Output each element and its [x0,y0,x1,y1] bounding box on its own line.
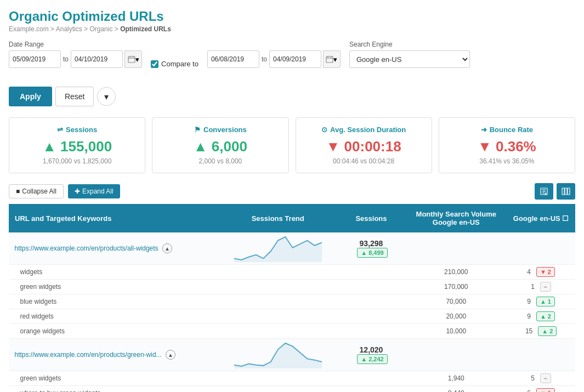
metric-conversions: ⚑ Conversions ▲ 6,000 2,000 vs 8,000 [152,117,288,173]
metric-bounce-rate-value: ▼ 0.36% [445,138,569,155]
compare-to-input[interactable] [269,50,321,68]
rank-cell: 9 ▲ 1 [507,294,575,309]
rank-cell: 1 – [507,280,575,294]
rank-badge-down: ▼ 2 [536,267,555,277]
rank-badge-up: ▲ 2 [538,326,557,336]
session-empty-cell [337,386,405,393]
sessions-arrow: ▲ [361,356,367,362]
metric-avg-session-compare: 00:04:46 vs 00:04:28 [302,157,426,165]
volume-cell: 8,440 [405,386,507,393]
metric-conversions-value: ▲ 6,000 [158,138,282,155]
trend-empty-cell [218,386,337,393]
compare-calendar-button[interactable]: ▾ [323,50,341,68]
compare-to-label: Compare to [161,60,199,68]
apply-button[interactable]: Apply [9,87,52,106]
th-monthly-search: Monthly Search Volume Google en-US [405,204,507,232]
session-empty-cell [337,265,405,280]
metric-bounce-rate-title: ➜ Bounce Rate [445,126,569,134]
trend-empty-cell [218,265,337,280]
dropdown-button[interactable]: ▾ [97,87,116,106]
date-range-label: Date Range [9,41,142,48]
th-google-en-us: Google en-US ☐ [507,204,575,232]
trend-cell [218,232,337,265]
keyword-cell: blue widgets [9,294,219,309]
rank-cell: 6 ▼ 1 [507,386,575,393]
search-engine-select[interactable]: Google en-US Google en-GB Bing en-US [349,50,470,68]
url-cell: https://www.example.com/en/products/gree… [9,339,219,371]
session-empty-cell [337,371,405,386]
metric-bounce-rate-compare: 36.41% vs 36.05% [445,157,569,165]
rank-cell [507,232,575,265]
sessions-cell: 12,020 ▲ 2,242 [337,339,405,371]
volume-cell: 1,940 [405,371,507,386]
th-url-keywords: URL and Targeted Keywords [9,204,219,232]
reset-button[interactable]: Reset [55,87,94,106]
expand-icon: ✚ [75,188,80,195]
keyword-cell: where to buy green widgets [9,386,219,393]
metric-sessions-compare: 1,670,000 vs 1,825,000 [15,157,139,165]
keyword-cell: red widgets [9,309,219,324]
compare-to-checkbox-label[interactable]: Compare to [151,60,199,68]
table-controls: ■ Collapse All ✚ Expand All [0,179,584,204]
date-to-input[interactable] [71,50,123,68]
svg-rect-12 [562,188,564,195]
data-table: URL and Targeted Keywords Sessions Trend… [9,204,575,392]
expand-all-button[interactable]: ✚ Expand All [68,184,120,198]
trend-empty-cell [218,294,337,309]
svg-rect-14 [568,188,570,195]
keyword-cell: green widgets [9,280,219,294]
keyword-cell: widgets [9,265,219,280]
trend-empty-cell [218,280,337,294]
rank-badge-down: ▼ 1 [536,388,555,392]
sessions-cell: 93,298 ▲ 8,499 [337,232,405,265]
rank-cell: 15 ▲ 2 [507,324,575,339]
collapse-icon: ■ [16,188,20,195]
trend-empty-cell [218,309,337,324]
rank-cell: 4 ▼ 2 [507,265,575,280]
volume-cell: 170,000 [405,280,507,294]
sessions-arrow: ▲ [361,249,367,256]
breadcrumb: Example.com > Analytics > Organic > Opti… [9,25,575,33]
volume-cell [405,232,507,265]
metric-avg-session-title: ⊙ Avg. Session Duration [302,126,426,134]
conversions-icon: ⚑ [194,126,201,134]
compare-from-input[interactable] [207,50,259,68]
metrics-row: ⇌ Sessions ▲ 155,000 1,670,000 vs 1,825,… [0,112,584,179]
url-link[interactable]: https://www.example.com/en/products/gree… [15,351,162,359]
keyword-cell: green widgets [9,371,219,386]
export-button[interactable] [535,183,553,200]
url-cell: https://www.example.com/en/products/all-… [9,232,219,265]
sessions-change-badge: ▲ 8,499 [357,248,387,258]
columns-button[interactable] [557,183,575,200]
keyword-cell: orange widgets [9,324,219,339]
volume-cell: 70,000 [405,294,507,309]
rank-cell [507,339,575,371]
date-from-input[interactable] [9,50,61,68]
metric-sessions-title: ⇌ Sessions [15,126,139,134]
trend-empty-cell [218,371,337,386]
th-sessions: Sessions [337,204,405,232]
search-engine-label: Search Engine [349,41,470,48]
volume-cell [405,339,507,371]
page-title: Organic Optimized URLs [9,9,575,24]
date-calendar-button[interactable]: ▾ [124,50,142,68]
avg-session-icon: ⊙ [321,126,327,134]
svg-rect-4 [326,56,333,63]
url-link[interactable]: https://www.example.com/en/products/all-… [15,245,158,252]
metric-sessions: ⇌ Sessions ▲ 155,000 1,670,000 vs 1,825,… [9,117,145,173]
collapse-all-button[interactable]: ■ Collapse All [9,184,64,198]
metric-avg-session: ⊙ Avg. Session Duration ▼ 00:00:18 00:04… [296,117,432,173]
rank-badge-up: ▲ 1 [536,297,555,306]
compare-to-checkbox[interactable] [151,60,158,68]
collapse-row-button[interactable]: ▲ [162,243,172,253]
trend-empty-cell [218,324,337,339]
sessions-value: 93,298 [360,239,383,248]
trend-cell [218,339,337,371]
rank-badge-neutral: – [540,282,551,292]
volume-cell: 20,000 [405,309,507,324]
collapse-row-button[interactable]: ▲ [166,350,175,360]
bounce-rate-icon: ➜ [481,126,487,134]
metric-conversions-compare: 2,000 vs 8,000 [158,157,282,165]
metric-avg-session-value: ▼ 00:00:18 [302,138,426,155]
sessions-value: 12,020 [360,345,383,354]
